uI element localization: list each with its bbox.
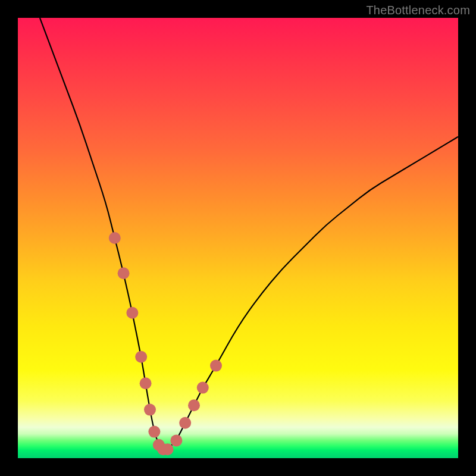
curve-marker xyxy=(140,377,152,389)
curve-marker xyxy=(162,443,174,455)
watermark-text: TheBottleneck.com xyxy=(366,4,470,17)
curve-marker xyxy=(210,360,222,372)
curve-marker xyxy=(126,307,138,319)
curve-marker xyxy=(135,351,147,363)
curve-marker xyxy=(188,399,200,411)
curve-marker xyxy=(179,417,191,429)
curve-markers-group xyxy=(109,232,222,455)
plot-area xyxy=(18,18,458,458)
bottleneck-curve-path xyxy=(40,18,458,449)
curve-marker xyxy=(148,426,160,438)
chart-frame: TheBottleneck.com xyxy=(0,0,476,476)
curve-marker xyxy=(170,434,182,446)
curve-marker xyxy=(197,382,209,394)
curve-marker xyxy=(144,404,156,416)
curve-svg xyxy=(18,18,458,458)
curve-marker xyxy=(109,232,121,244)
curve-marker xyxy=(118,267,130,279)
